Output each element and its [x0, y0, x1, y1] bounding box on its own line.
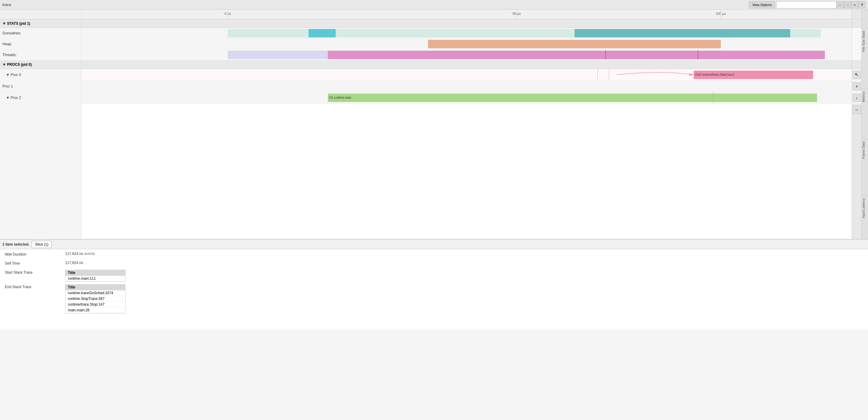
main-area: 0 μs 50 μs 100 μs ▼ STATS (pid — [0, 10, 868, 239]
proc1-canvas[interactable] — [82, 81, 852, 92]
self-time-value: 117,824 ns — [65, 261, 83, 265]
goroutines-label: Goroutines: — [0, 28, 82, 39]
goroutines-bar-cyan — [309, 29, 335, 37]
threads-label: Threads: — [0, 50, 82, 60]
start-stack-table: Title runtime.main:111 — [65, 270, 125, 282]
proc0-label[interactable]: ▼ Proc 0 — [0, 69, 82, 81]
end-stack-table-header: Title — [65, 284, 125, 290]
nav-area: ← → » ? — [776, 1, 866, 8]
file-size-stats-label[interactable]: File Size Stats — [862, 28, 868, 54]
plus-icon-btn[interactable]: + — [852, 82, 861, 91]
svg-marker-0 — [689, 73, 694, 76]
proc0-marker-1 — [597, 69, 598, 81]
expand-h-icon-btn[interactable]: ↔ — [852, 106, 861, 114]
procs-section-header[interactable]: ▼ PROCS (pid 0) — [0, 60, 861, 69]
start-stack-table-header: Title — [65, 270, 125, 276]
end-stack-row-1[interactable]: runtime.StopTrace:287 — [65, 296, 125, 302]
end-stack-trace-label: End Stack Trace — [5, 284, 65, 289]
app-title: trace — [2, 2, 11, 7]
bottom-tabs: 1 item selected. Slice (1) — [0, 240, 868, 249]
nav-input[interactable] — [776, 1, 837, 8]
metrics-label[interactable]: Metrics — [862, 89, 868, 104]
down-icon-btn[interactable]: ↓ — [852, 93, 861, 102]
proc0-marker-2 — [609, 69, 609, 81]
wall-duration-extra: events — [84, 252, 95, 256]
ruler-tick-50us: 50 μs — [517, 10, 525, 19]
wall-duration-label: Wall Duration — [5, 252, 65, 257]
stats-section-header[interactable]: ▼ STATS (pid 1) — [0, 19, 861, 28]
procs-header-label[interactable]: ▼ PROCS (pid 0) — [0, 60, 82, 69]
proc2-track: ▼ Proc 2 G1 runtime.main ↓ — [0, 92, 861, 104]
proc1-track: Proc 1 + — [0, 81, 861, 92]
stats-header-label[interactable]: ▼ STATS (pid 1) — [0, 19, 82, 28]
threads-marker-1 — [605, 50, 606, 60]
bottom-panel: 1 item selected. Slice (1) Wall Duration… — [0, 239, 868, 329]
ruler-row: 0 μs 50 μs 100 μs — [0, 10, 861, 19]
start-stack-trace-row: Start Stack Trace Title runtime.main:111 — [5, 270, 863, 282]
goroutines-bar-teal — [575, 29, 790, 37]
heap-canvas[interactable] — [82, 39, 852, 50]
threads-canvas[interactable] — [82, 50, 852, 60]
proc0-g18-bar: G18 runtime/trace.Start.func1 — [694, 70, 813, 79]
cursor-icon-btn[interactable]: ↖ — [852, 70, 861, 79]
proc1-label[interactable]: Proc 1 — [0, 81, 82, 92]
proc0-canvas[interactable]: G18 runtime/trace.Start.func1 — [82, 69, 852, 81]
goroutines-track: Goroutines: — [0, 28, 861, 39]
self-time-row: Self Time 117,824 ns — [5, 261, 863, 268]
heap-bar — [428, 40, 721, 48]
proc2-g1-bar: G1 runtime.main — [328, 93, 817, 102]
time-ruler: 0 μs 50 μs 100 μs — [82, 10, 852, 19]
end-stack-table: Title runtime.traceGoSched:1074 runtime.… — [65, 284, 125, 313]
expand-button[interactable]: » — [851, 1, 858, 8]
proc2-canvas[interactable]: G1 runtime.main — [82, 92, 852, 104]
goroutines-canvas[interactable] — [82, 28, 852, 39]
proc2-marker-1 — [713, 92, 713, 103]
end-stack-trace-row: End Stack Trace Title runtime.traceGoSch… — [5, 284, 863, 313]
end-stack-row-0[interactable]: runtime.traceGoSched:1074 — [65, 290, 125, 296]
ruler-tick-100us: 100 μs — [721, 10, 731, 19]
end-stack-row-3[interactable]: main.main:26 — [65, 307, 125, 313]
ruler-tick-0us: 0 μs — [228, 10, 234, 19]
start-stack-trace-label: Start Stack Trace — [5, 270, 65, 275]
heap-track: Heap: — [0, 39, 861, 50]
input-latency-label[interactable]: Input Latency — [862, 196, 868, 220]
view-options-button[interactable]: View Options — [749, 1, 775, 8]
frame-data-label[interactable]: Frame Data — [862, 139, 868, 161]
slice-tab-button[interactable]: Slice (1) — [32, 241, 52, 248]
threads-bar-pink — [328, 51, 825, 59]
back-button[interactable]: ← — [837, 1, 844, 8]
top-toolbar: trace View Options ← → » ? — [0, 0, 868, 10]
selected-items-label: 1 item selected. — [2, 242, 29, 246]
self-time-label: Self Time — [5, 261, 65, 266]
end-stack-row-2[interactable]: runtime/trace.Stop:147 — [65, 302, 125, 307]
right-sidebar: File Size Stats Metrics Frame Data Input… — [861, 10, 868, 239]
help-button[interactable]: ? — [858, 1, 866, 8]
proc0-track: ▼ Proc 0 G18 runtime/trace.Start.func1 ↖ — [0, 69, 861, 81]
threads-track: Threads: — [0, 50, 861, 60]
wall-duration-value: 117,824 ns — [65, 252, 83, 256]
bottom-content: Wall Duration 117,824 ns events Self Tim… — [0, 249, 868, 318]
heap-label: Heap: — [0, 39, 82, 50]
forward-button[interactable]: → — [844, 1, 851, 8]
start-stack-row-0[interactable]: runtime.main:111 — [65, 276, 125, 281]
empty-space: ↔ — [0, 104, 861, 239]
threads-marker-2 — [698, 50, 698, 60]
wall-duration-row: Wall Duration 117,824 ns events — [5, 252, 863, 259]
proc2-label[interactable]: ▼ Proc 2 — [0, 92, 82, 104]
